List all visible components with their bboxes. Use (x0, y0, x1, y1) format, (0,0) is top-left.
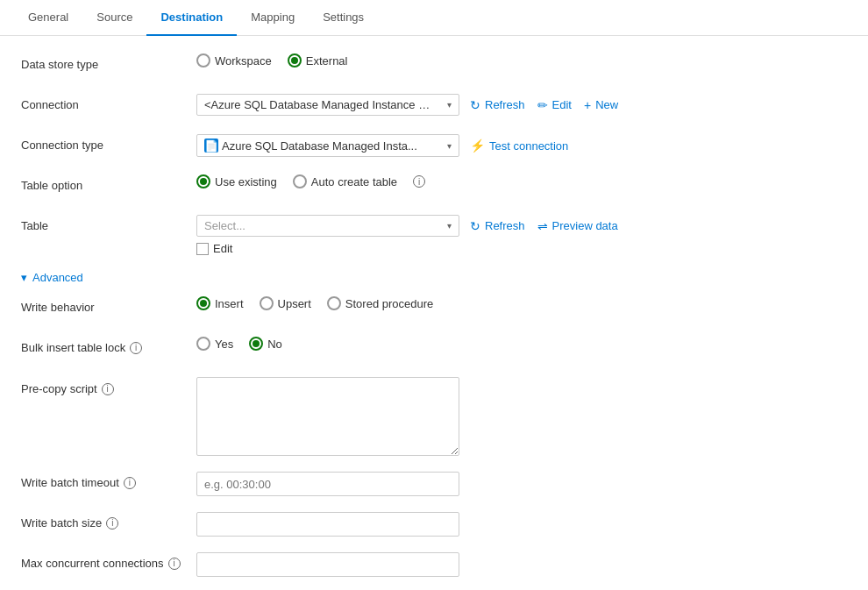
table-edit-checkbox[interactable]: Edit (196, 242, 620, 255)
radio-insert-label: Insert (215, 297, 244, 310)
write-behavior-row: Write behavior Insert Upsert Stored proc… (21, 296, 847, 321)
radio-bulk-yes-circle (196, 337, 210, 351)
radio-upsert[interactable]: Upsert (260, 296, 311, 310)
table-control: Select... ▾ ↻ Refresh ⇌ Preview data Edi… (196, 215, 847, 255)
connection-select[interactable]: <Azure SQL Database Managed Instance con… (196, 94, 459, 116)
advanced-label: Advanced (32, 271, 83, 284)
write-behavior-label: Write behavior (21, 296, 196, 314)
radio-upsert-circle (260, 296, 274, 310)
max-connections-info-icon[interactable]: i (168, 558, 181, 570)
table-option-radio-group: Use existing Auto create table i (196, 174, 425, 188)
max-connections-input[interactable] (196, 552, 459, 577)
bulk-insert-control: Yes No (196, 337, 847, 351)
radio-bulk-no-label: No (267, 338, 282, 351)
radio-workspace-label: Workspace (215, 54, 272, 68)
pre-copy-script-control (196, 377, 847, 456)
write-batch-size-control (196, 512, 847, 537)
write-batch-timeout-control (196, 472, 847, 496)
pre-copy-script-info-icon[interactable]: i (102, 383, 114, 395)
radio-stored-procedure[interactable]: Stored procedure (327, 296, 433, 310)
tab-settings[interactable]: Settings (309, 0, 378, 36)
radio-insert[interactable]: Insert (196, 296, 244, 310)
connection-type-value: Azure SQL Database Managed Insta... (222, 139, 417, 153)
tab-source[interactable]: Source (82, 0, 146, 36)
radio-bulk-no[interactable]: No (249, 337, 282, 351)
preview-data-button[interactable]: ⇌ Preview data (536, 216, 620, 237)
table-edit-label: Edit (213, 242, 232, 255)
connection-type-label: Connection type (21, 134, 196, 152)
pre-copy-script-row: Pre-copy script i (21, 377, 847, 456)
connection-type-select[interactable]: 📄 Azure SQL Database Managed Insta... ▾ (196, 134, 459, 157)
test-connection-label: Test connection (489, 139, 568, 153)
connection-type-chevron-icon: ▾ (447, 141, 452, 151)
pre-copy-script-label: Pre-copy script i (21, 377, 196, 395)
connection-type-icon: 📄 (204, 139, 218, 153)
connection-row: Connection <Azure SQL Database Managed I… (21, 94, 847, 118)
table-refresh-label: Refresh (485, 219, 525, 232)
radio-stored-procedure-label: Stored procedure (345, 297, 433, 310)
test-connection-button[interactable]: ⚡ Test connection (468, 135, 570, 156)
table-option-label: Table option (21, 174, 196, 192)
tabs-container: General Source Destination Mapping Setti… (0, 0, 868, 36)
connection-type-control: 📄 Azure SQL Database Managed Insta... ▾ … (196, 134, 847, 157)
table-row: Table Select... ▾ ↻ Refresh ⇌ Preview da… (21, 215, 847, 255)
radio-insert-circle (196, 296, 210, 310)
max-connections-label: Max concurrent connections i (21, 552, 196, 570)
tab-destination[interactable]: Destination (146, 0, 237, 36)
radio-external-circle (288, 53, 302, 68)
max-connections-row: Max concurrent connections i (21, 552, 847, 577)
table-option-control: Use existing Auto create table i (196, 174, 847, 188)
radio-bulk-yes-label: Yes (215, 338, 233, 351)
write-batch-size-info-icon[interactable]: i (106, 517, 118, 530)
pre-copy-script-textarea[interactable] (196, 377, 459, 456)
connection-refresh-label: Refresh (485, 98, 525, 111)
new-plus-icon: + (584, 98, 591, 112)
write-batch-size-input[interactable] (196, 512, 459, 537)
write-batch-timeout-input[interactable] (196, 472, 459, 496)
connection-refresh-button[interactable]: ↻ Refresh (468, 95, 527, 116)
data-store-type-control: Workspace External (196, 53, 847, 68)
radio-auto-create-circle (293, 174, 307, 188)
refresh-icon: ↻ (470, 98, 480, 112)
table-select-area: Select... ▾ ↻ Refresh ⇌ Preview data Edi… (196, 215, 620, 255)
max-connections-control (196, 552, 847, 577)
radio-use-existing[interactable]: Use existing (196, 174, 277, 188)
advanced-toggle[interactable]: ▾ Advanced (21, 271, 847, 284)
bulk-insert-radio-group: Yes No (196, 337, 282, 351)
radio-use-existing-label: Use existing (215, 175, 277, 188)
table-option-info-icon[interactable]: i (413, 175, 425, 188)
connection-new-button[interactable]: + New (582, 95, 620, 116)
bulk-insert-label: Bulk insert table lock i (21, 337, 196, 354)
radio-external-label: External (306, 54, 348, 68)
connection-new-label: New (595, 98, 618, 111)
table-select[interactable]: Select... ▾ (196, 215, 459, 237)
form-body: Data store type Workspace External Conne… (0, 36, 868, 590)
write-batch-timeout-info-icon[interactable]: i (124, 477, 136, 489)
table-chevron-icon: ▾ (447, 221, 452, 231)
connection-edit-button[interactable]: ✏ Edit (536, 95, 573, 116)
radio-workspace[interactable]: Workspace (196, 53, 272, 68)
table-edit-checkbox-box (196, 243, 209, 255)
connection-edit-label: Edit (552, 98, 572, 111)
radio-auto-create-label: Auto create table (311, 175, 397, 188)
table-refresh-button[interactable]: ↻ Refresh (468, 216, 527, 237)
write-batch-timeout-row: Write batch timeout i (21, 472, 847, 496)
edit-icon: ✏ (537, 98, 548, 112)
connection-value: <Azure SQL Database Managed Instance con… (204, 98, 432, 111)
tab-general[interactable]: General (14, 0, 82, 36)
radio-auto-create[interactable]: Auto create table (293, 174, 397, 188)
advanced-chevron-icon: ▾ (21, 271, 27, 284)
tab-bar: General Source Destination Mapping Setti… (0, 0, 868, 36)
radio-upsert-label: Upsert (278, 297, 311, 310)
bulk-insert-row: Bulk insert table lock i Yes No (21, 337, 847, 361)
tab-mapping[interactable]: Mapping (237, 0, 309, 36)
preview-data-label: Preview data (552, 219, 618, 232)
write-behavior-control: Insert Upsert Stored procedure (196, 296, 847, 310)
radio-bulk-no-circle (249, 337, 263, 351)
bulk-insert-info-icon[interactable]: i (130, 342, 142, 354)
radio-bulk-yes[interactable]: Yes (196, 337, 233, 351)
radio-stored-procedure-circle (327, 296, 341, 310)
radio-external[interactable]: External (288, 53, 348, 68)
write-batch-timeout-label: Write batch timeout i (21, 472, 196, 489)
table-option-row: Table option Use existing Auto create ta… (21, 174, 847, 199)
